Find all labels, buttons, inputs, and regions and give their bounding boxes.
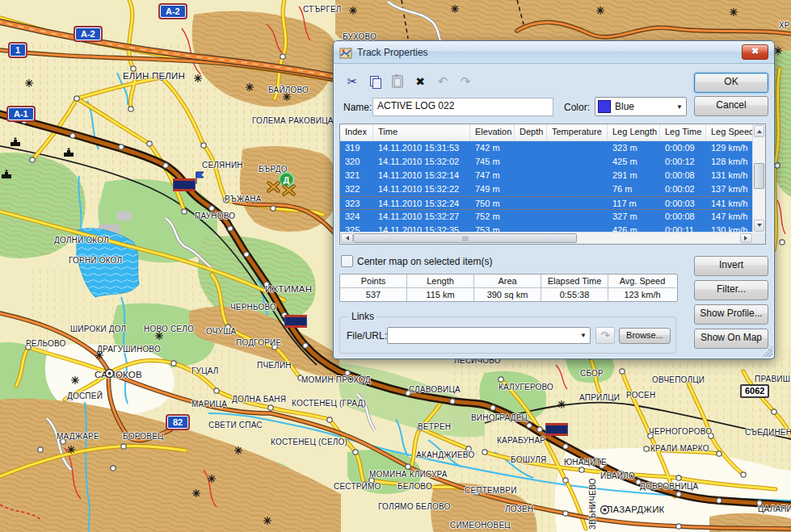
summary-label: Length	[407, 274, 474, 287]
svg-text:Д: Д	[284, 175, 290, 185]
column-header[interactable]: Leg Time	[660, 124, 706, 140]
table-cell: 320	[340, 155, 373, 169]
table-cell: 14.11.2010 15:32:27	[373, 210, 470, 224]
table-cell: 14.11.2010 15:32:02	[373, 155, 470, 169]
file-url-label: File/URL:	[347, 330, 387, 341]
map-place-label: ЧЕРНЬОВО	[230, 303, 276, 312]
table-row[interactable]: 32114.11.2010 15:32:14747 m291 m0:00:081…	[340, 169, 765, 182]
name-label: Name:	[343, 102, 372, 113]
map-place-label: МОМИНА КЛИСУРА	[369, 470, 448, 479]
map-place-label: ГОРНИ ОКОЛ	[69, 256, 122, 265]
map-place-label: КОСТЕНЕЦ (СЕЛО)	[271, 438, 347, 446]
table-row[interactable]: 32214.11.2010 15:32:22749 m76 m0:00:0213…	[340, 182, 765, 196]
summary-label: Points	[340, 274, 407, 287]
map-place-label: ДОЛНИ ОКОЛ	[54, 236, 109, 245]
column-header[interactable]: Elevation	[470, 124, 515, 140]
map-place-label: ГОЛЕМА РАКОВИЦА	[252, 116, 334, 125]
motorway-marker-sign	[284, 315, 307, 328]
table-cell: 14.11.2010 15:32:14	[373, 169, 470, 182]
table-cell: 128 km/h	[706, 155, 755, 169]
color-select[interactable]: Blue ▼	[595, 97, 687, 116]
table-cell: 745 m	[470, 155, 515, 169]
table-cell: 0:00:03	[660, 197, 706, 209]
map-place-label: МОМИН ПРОХОД	[301, 375, 371, 384]
map-place-label: ИВАЙЛО	[600, 471, 635, 480]
column-header[interactable]: Depth	[515, 124, 547, 140]
table-row[interactable]: 31914.11.2010 15:31:53742 m323 m0:00:091…	[340, 141, 765, 155]
map-place-label: ОВЧЕПОЛЦИ	[652, 375, 705, 384]
summary-value: 123 km/h	[608, 287, 676, 301]
file-url-select[interactable]: ▼	[387, 327, 591, 344]
filter-button[interactable]: Filter...	[694, 280, 768, 300]
close-icon[interactable]: ✖	[742, 44, 768, 60]
table-cell: 117 m	[608, 197, 660, 209]
table-cell: 319	[340, 141, 373, 155]
scroll-right-button[interactable]	[740, 233, 752, 243]
center-map-label: Center map on selected item(s)	[357, 256, 492, 267]
scroll-down-button[interactable]	[754, 220, 764, 232]
copy-icon[interactable]	[368, 74, 382, 89]
ok-button[interactable]: OK	[694, 73, 768, 93]
table-cell: 327 m	[608, 210, 660, 224]
highway-sign: 82	[167, 416, 188, 429]
dialog-title: Track Properties	[357, 47, 428, 58]
vertical-scroll-thumb[interactable]	[754, 163, 764, 189]
table-cell: 323 m	[608, 141, 660, 155]
map-place-label: ПОДГОРИЕ	[236, 338, 281, 347]
highway-sign: А-2	[160, 5, 186, 18]
column-header[interactable]: Time	[373, 124, 470, 140]
map-place-label: АКАНДЖИЕВО	[416, 450, 474, 459]
delete-icon[interactable]: ✖	[413, 74, 427, 89]
invert-button[interactable]: Invert	[694, 256, 768, 276]
map-place-label: МАДЖАРЕ	[57, 432, 99, 441]
table-cell	[547, 141, 608, 155]
map-place-label: ВЕТРЕН	[418, 422, 451, 431]
redo-icon[interactable]: ↷	[458, 74, 473, 89]
map-place-label: СТЪРГЕЛ	[303, 5, 342, 14]
map-place-label: ОЧУША	[206, 327, 236, 336]
horizontal-scroll-thumb[interactable]	[353, 233, 577, 243]
summary-label: Avg. Speed	[608, 274, 676, 287]
table-cell: 0:00:02	[660, 182, 706, 196]
table-cell: 131 km/h	[706, 169, 755, 182]
horizontal-scrollbar[interactable]	[340, 232, 753, 244]
table-cell: 323	[340, 197, 373, 209]
table-row[interactable]: 32314.11.2010 15:32:24750 m117 m0:00:031…	[340, 196, 765, 210]
paste-icon[interactable]	[390, 74, 405, 89]
scroll-up-button[interactable]	[754, 125, 764, 137]
browse-button[interactable]: Browse...	[619, 328, 671, 344]
show-on-map-button[interactable]: Show On Map	[694, 329, 768, 349]
open-link-icon[interactable]: ↷	[595, 327, 615, 344]
table-row[interactable]: 32014.11.2010 15:32:02745 m425 m0:00:121…	[340, 155, 765, 169]
column-header[interactable]: Leg Length	[608, 124, 660, 140]
cut-icon[interactable]: ✂	[345, 74, 360, 89]
center-map-checkbox[interactable]	[341, 255, 353, 267]
track-properties-icon	[339, 46, 352, 59]
column-header[interactable]: Temperature	[547, 124, 608, 140]
table-row[interactable]: 32414.11.2010 15:32:27752 m327 m0:00:081…	[340, 210, 765, 224]
highway-sign: А-2	[75, 27, 101, 40]
map-place-label: ШИРОКИ ДОЛ	[70, 325, 126, 333]
map-place-label: МАРИЦА	[191, 400, 227, 408]
column-header[interactable]: Leg Speed	[706, 124, 755, 140]
table-cell: 752 m	[470, 210, 515, 224]
summary-value-row: 537115 km390 sq km0:55:38123 km/h	[340, 287, 677, 301]
scroll-left-button[interactable]	[341, 233, 353, 243]
map-place-label: ГУЦАЛ	[191, 367, 219, 375]
name-input[interactable]: ACTIVE LOG 022	[372, 98, 553, 116]
undo-icon[interactable]: ↶	[435, 74, 450, 89]
map-place-label: ЮНАЦИТЕ	[564, 458, 607, 467]
table-cell	[547, 182, 608, 196]
map-place-label: СЛАВОВИЦА	[409, 385, 461, 394]
show-profile-button[interactable]: Show Profile...	[694, 304, 768, 325]
table-cell: 321	[340, 169, 373, 182]
resize-grip[interactable]	[762, 346, 772, 357]
dialog-titlebar[interactable]: Track Properties ✖	[334, 41, 774, 64]
map-place-label: КРАЛИ МАРКО	[650, 444, 709, 453]
table-cell: 0:00:08	[660, 210, 706, 224]
column-header[interactable]: Index	[340, 124, 373, 140]
cancel-button[interactable]: Cancel	[694, 96, 768, 116]
map-place-label: СБОР	[580, 369, 604, 378]
chevron-down-icon: ▼	[577, 332, 590, 339]
vertical-scrollbar[interactable]	[752, 124, 765, 232]
